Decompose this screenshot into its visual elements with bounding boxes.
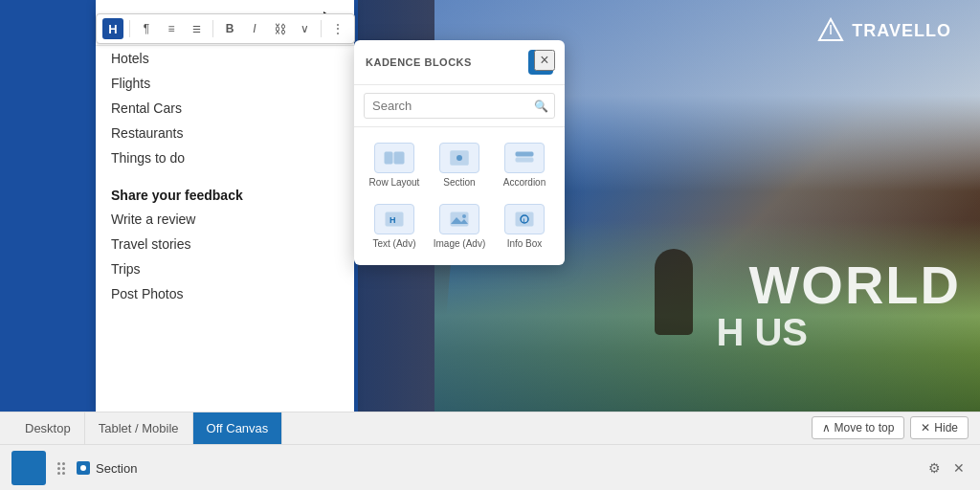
text-adv-icon: H	[374, 204, 414, 234]
section-label-text: Section	[96, 461, 137, 476]
link-icon[interactable]: ⛓	[269, 18, 290, 39]
chevron-up-icon: ∧	[822, 421, 831, 434]
svg-text:H: H	[390, 215, 396, 225]
hero-text-us: H US	[716, 311, 808, 354]
nav-item-rental-cars[interactable]: Rental Cars	[111, 96, 339, 121]
block-label-section: Section	[443, 177, 475, 189]
hero-text-world: WORLD	[748, 254, 961, 316]
bottom-content-area: Section ⚙ ✕	[0, 445, 980, 490]
kadence-popup-title: KADENCE BLOCKS	[366, 56, 472, 68]
svg-rect-4	[385, 152, 392, 164]
block-label-text-adv: Text (Adv)	[372, 238, 415, 250]
svg-point-18	[80, 465, 86, 471]
tab-off-canvas[interactable]: Off Canvas	[193, 412, 283, 444]
drag-dot	[62, 467, 65, 470]
more-options-icon[interactable]: ⋮	[327, 18, 348, 39]
nav-section-2-label: Share your feedback	[96, 176, 354, 207]
block-item-text-adv[interactable]: H Text (Adv)	[362, 196, 427, 257]
tab-tablet-mobile[interactable]: Tablet / Mobile	[85, 412, 193, 444]
bottom-actions: ∧ Move to top ✕ Hide	[812, 416, 969, 439]
toolbar-divider-2	[212, 20, 213, 37]
nav-item-post-photos[interactable]: Post Photos	[111, 281, 339, 306]
hide-close-icon: ✕	[921, 421, 930, 434]
block-item-info-box[interactable]: i Info Box	[492, 196, 557, 257]
drag-dot	[62, 472, 65, 475]
nav-section-2: Write a review Travel stories Trips Post…	[96, 207, 354, 312]
section-block-icon	[77, 461, 90, 475]
move-to-top-label: Move to top	[835, 421, 895, 434]
svg-point-14	[462, 214, 466, 218]
editor-toolbar: H ¶ ≡ ☰ B I ⛓ ∨ ⋮	[96, 13, 355, 44]
block-label-image-adv: Image (Adv)	[434, 238, 485, 250]
nav-item-travel-stories[interactable]: Travel stories	[111, 232, 339, 256]
drag-dot	[57, 472, 60, 475]
tab-desktop[interactable]: Desktop	[11, 412, 85, 444]
row-layout-icon	[374, 143, 414, 173]
search-wrapper: 🔍	[364, 93, 555, 119]
toolbar-divider-1	[129, 20, 130, 37]
block-item-image-adv[interactable]: Image (Adv)	[427, 196, 492, 257]
drag-dot	[57, 462, 60, 465]
svg-rect-9	[516, 158, 533, 162]
svg-rect-5	[394, 152, 404, 164]
list-icon[interactable]: ≡	[161, 18, 182, 39]
block-label-row-layout: Row Layout	[369, 177, 420, 189]
paragraph-icon[interactable]: ¶	[136, 18, 157, 39]
drag-dot	[62, 462, 65, 465]
person-silhouette	[655, 249, 693, 335]
block-item-row-layout[interactable]: Row Layout	[362, 135, 427, 196]
nav-panel: Book your trip Hotels Flights Rental Car…	[96, 0, 354, 412]
kadence-popup-header: KADENCE BLOCKS K	[354, 40, 565, 85]
travello-logo-text: TRAVELLO	[852, 21, 951, 41]
drag-dot-row-1	[57, 462, 65, 465]
nav-item-flights[interactable]: Flights	[111, 71, 339, 96]
section-icon	[439, 143, 479, 173]
nav-item-hotels[interactable]: Hotels	[111, 46, 339, 71]
section-close-icon[interactable]: ✕	[949, 458, 969, 478]
travello-logo: TRAVELLO	[817, 17, 951, 44]
nav-section-1: Hotels Flights Rental Cars Restaurants T…	[96, 46, 354, 176]
travello-logo-icon	[817, 17, 844, 44]
indent-icon[interactable]: ☰	[186, 18, 207, 39]
block-label-accordion: Accordion	[503, 177, 546, 189]
section-settings-icon[interactable]: ⚙	[924, 458, 944, 478]
drag-dot-row-3	[57, 472, 65, 475]
section-actions: ⚙ ✕	[924, 458, 969, 478]
nav-item-restaurants[interactable]: Restaurants	[111, 121, 339, 145]
kadence-search-input[interactable]	[364, 93, 555, 119]
svg-rect-8	[516, 152, 533, 156]
svg-point-7	[457, 155, 462, 161]
hide-button[interactable]: ✕ Hide	[910, 416, 969, 439]
block-type-icon[interactable]: H	[102, 18, 123, 39]
kadence-blocks-popup: KADENCE BLOCKS K × 🔍 Row Layout	[354, 40, 565, 265]
drag-dot	[57, 467, 60, 470]
image-adv-icon	[439, 204, 479, 234]
hide-label: Hide	[934, 421, 958, 434]
block-label-info-box: Info Box	[507, 238, 543, 250]
section-color-block	[11, 451, 46, 485]
nav-item-things-to-do[interactable]: Things to do	[111, 145, 339, 170]
nav-item-write-review[interactable]: Write a review	[111, 207, 339, 232]
move-to-top-button[interactable]: ∧ Move to top	[812, 416, 905, 439]
section-label-row: Section	[77, 461, 917, 476]
italic-icon[interactable]: I	[244, 18, 265, 39]
block-item-section[interactable]: Section	[427, 135, 492, 196]
accordion-icon	[504, 143, 545, 173]
kadence-close-button[interactable]: ×	[534, 50, 555, 71]
chevron-down-icon[interactable]: ∨	[294, 18, 315, 39]
info-box-icon: i	[504, 204, 545, 234]
toolbar-divider-3	[321, 20, 322, 37]
bottom-tabs: Desktop Tablet / Mobile Off Canvas ∧ Mov…	[0, 412, 980, 445]
drag-dot-row-2	[57, 467, 65, 470]
search-icon: 🔍	[534, 100, 548, 113]
drag-handle[interactable]	[54, 458, 69, 479]
bottom-bar: Desktop Tablet / Mobile Off Canvas ∧ Mov…	[0, 412, 980, 490]
nav-item-trips[interactable]: Trips	[111, 256, 339, 281]
kadence-blocks-grid: Row Layout Section Accordion	[354, 127, 565, 265]
bold-icon[interactable]: B	[219, 18, 240, 39]
block-item-accordion[interactable]: Accordion	[492, 135, 557, 196]
kadence-search-area: 🔍	[354, 85, 565, 127]
